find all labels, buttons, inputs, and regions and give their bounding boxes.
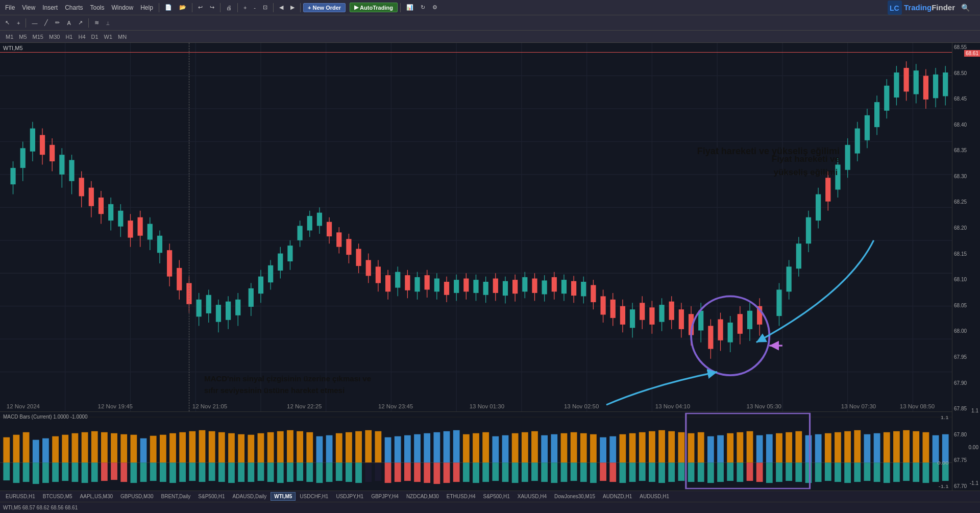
menu-tools[interactable]: Tools bbox=[87, 3, 108, 12]
svg-rect-34 bbox=[40, 135, 45, 155]
tf-m1[interactable]: M1 bbox=[3, 33, 16, 40]
scroll-right-button[interactable]: ▶ bbox=[287, 3, 298, 12]
svg-rect-243 bbox=[111, 433, 117, 463]
fibonacci-tool[interactable]: ≋ bbox=[91, 18, 102, 28]
pencil-tool[interactable]: ✏ bbox=[52, 18, 63, 28]
cursor-tool[interactable]: ↖ bbox=[2, 18, 13, 28]
tab-wti-m5[interactable]: WTI,M5 bbox=[271, 492, 296, 501]
svg-rect-325 bbox=[453, 462, 460, 482]
svg-rect-263 bbox=[62, 462, 68, 481]
zoom-fit-button[interactable]: ⊡ bbox=[260, 3, 271, 12]
tf-d1[interactable]: D1 bbox=[89, 33, 101, 40]
svg-rect-344 bbox=[639, 432, 646, 463]
arrow-tool[interactable]: ↗ bbox=[75, 18, 86, 28]
tab-xauusd-h4[interactable]: XAUUSD,H4 bbox=[514, 492, 550, 501]
tab-btcusd-m5[interactable]: BTCUSD,M5 bbox=[39, 492, 76, 501]
svg-rect-309 bbox=[297, 462, 303, 481]
menu-view[interactable]: View bbox=[19, 3, 38, 12]
svg-rect-326 bbox=[463, 434, 470, 463]
new-chart-button[interactable]: 📄 bbox=[162, 3, 175, 12]
svg-rect-48 bbox=[108, 204, 113, 221]
svg-rect-92 bbox=[327, 222, 332, 236]
price-chart[interactable]: WTI,M5 bbox=[0, 43, 952, 411]
price-68-25: 68.25 bbox=[952, 199, 980, 205]
svg-rect-394 bbox=[903, 430, 910, 463]
svg-rect-56 bbox=[148, 224, 153, 240]
svg-rect-414 bbox=[835, 462, 841, 482]
svg-rect-398 bbox=[942, 434, 949, 463]
tab-gbpjpy-h4[interactable]: GBPJPY,H4 bbox=[368, 492, 402, 501]
svg-rect-178 bbox=[747, 311, 752, 329]
menu-help[interactable]: Help bbox=[137, 3, 156, 12]
svg-rect-400 bbox=[698, 462, 704, 482]
tab-gbpusd-m30[interactable]: GBPUSD,M30 bbox=[117, 492, 157, 501]
tf-h4[interactable]: H4 bbox=[76, 33, 88, 40]
menu-insert[interactable]: Insert bbox=[39, 3, 61, 12]
zoom-out-button[interactable]: - bbox=[251, 3, 259, 12]
crosshair-tool[interactable]: + bbox=[14, 18, 23, 28]
tab-usdjpy-h1[interactable]: USDJPY,H1 bbox=[332, 492, 367, 501]
open-button[interactable]: 📂 bbox=[176, 3, 189, 12]
separator bbox=[300, 3, 301, 12]
svg-rect-138 bbox=[552, 277, 557, 291]
svg-rect-202 bbox=[874, 102, 879, 127]
tab-ethusd-h4[interactable]: ETHUSD,H4 bbox=[443, 492, 479, 501]
channel-tool[interactable]: ⟂ bbox=[103, 18, 113, 28]
options-button[interactable]: ⚙ bbox=[429, 3, 440, 12]
svg-rect-32 bbox=[30, 129, 35, 152]
trendline-tool[interactable]: ╱ bbox=[41, 18, 51, 28]
svg-rect-235 bbox=[33, 440, 39, 463]
tf-h1[interactable]: H1 bbox=[63, 33, 75, 40]
tf-m15[interactable]: M15 bbox=[30, 33, 46, 40]
menu-window[interactable]: Window bbox=[109, 3, 137, 12]
scroll-left-button[interactable]: ◀ bbox=[276, 3, 286, 12]
tab-audnzd-h1[interactable]: AUDNZD,H1 bbox=[599, 492, 635, 501]
svg-rect-385 bbox=[815, 434, 822, 463]
svg-rect-140 bbox=[561, 280, 567, 294]
macd-chart[interactable]: MACD Bars (Current) 1.0000 -1.0000 bbox=[0, 411, 952, 491]
svg-rect-275 bbox=[179, 462, 186, 482]
tab-sp500-h1[interactable]: S&P500,H1 bbox=[194, 492, 228, 501]
svg-rect-308 bbox=[287, 462, 293, 482]
tf-w1[interactable]: W1 bbox=[102, 33, 115, 40]
svg-rect-104 bbox=[385, 275, 390, 291]
svg-rect-146 bbox=[591, 285, 596, 302]
svg-text:0.00: 0.00 bbox=[937, 461, 949, 466]
svg-rect-260 bbox=[33, 462, 39, 484]
tab-audusd-h1[interactable]: AUDUSD,H1 bbox=[636, 492, 673, 501]
svg-rect-98 bbox=[356, 249, 361, 266]
search-button[interactable]: 🔍 bbox=[958, 2, 973, 13]
tab-aapl-m30[interactable]: AAPL,US,M30 bbox=[77, 492, 116, 501]
tab-adausd-daily[interactable]: ADAUSD,Daily bbox=[229, 492, 271, 501]
svg-rect-90 bbox=[317, 213, 322, 226]
hline-tool[interactable]: — bbox=[29, 18, 40, 28]
tab-eurusd-h1[interactable]: EURUSD,H1 bbox=[2, 492, 39, 501]
text-tool[interactable]: A bbox=[64, 18, 74, 28]
svg-rect-352 bbox=[492, 462, 499, 481]
svg-rect-288 bbox=[306, 432, 313, 463]
refresh-button[interactable]: ↻ bbox=[418, 3, 428, 12]
tf-m5[interactable]: M5 bbox=[16, 33, 29, 40]
tf-m30[interactable]: M30 bbox=[46, 33, 62, 40]
tab-usdchf-h1[interactable]: USDCHF,H1 bbox=[296, 492, 332, 501]
svg-rect-302 bbox=[444, 431, 450, 463]
indicators-button[interactable]: 📊 bbox=[403, 3, 416, 12]
tab-nzdcad-m30[interactable]: NZDCAD,M30 bbox=[403, 492, 443, 501]
menu-charts[interactable]: Charts bbox=[62, 3, 86, 12]
svg-rect-379 bbox=[756, 435, 763, 463]
menu-file[interactable]: File bbox=[2, 3, 18, 12]
new-order-button[interactable]: + New Order bbox=[303, 3, 346, 12]
tab-brent-daily[interactable]: BRENT,Daily bbox=[158, 492, 194, 501]
tf-mn[interactable]: MN bbox=[115, 33, 129, 40]
tab-dowjones-m15[interactable]: DowJones30,M15 bbox=[551, 492, 599, 501]
svg-rect-415 bbox=[844, 462, 851, 483]
redo-button[interactable]: ↪ bbox=[207, 3, 217, 12]
undo-button[interactable]: ↩ bbox=[195, 3, 206, 12]
svg-rect-150 bbox=[610, 300, 616, 318]
tab-sp500-h1-2[interactable]: S&P500,H1 bbox=[479, 492, 513, 501]
print-button[interactable]: 🖨 bbox=[223, 3, 235, 12]
svg-rect-357 bbox=[541, 462, 548, 482]
zoom-in-button[interactable]: + bbox=[240, 3, 250, 12]
autotrading-button[interactable]: ▶ AutoTrading bbox=[350, 3, 398, 12]
svg-rect-265 bbox=[82, 462, 88, 483]
